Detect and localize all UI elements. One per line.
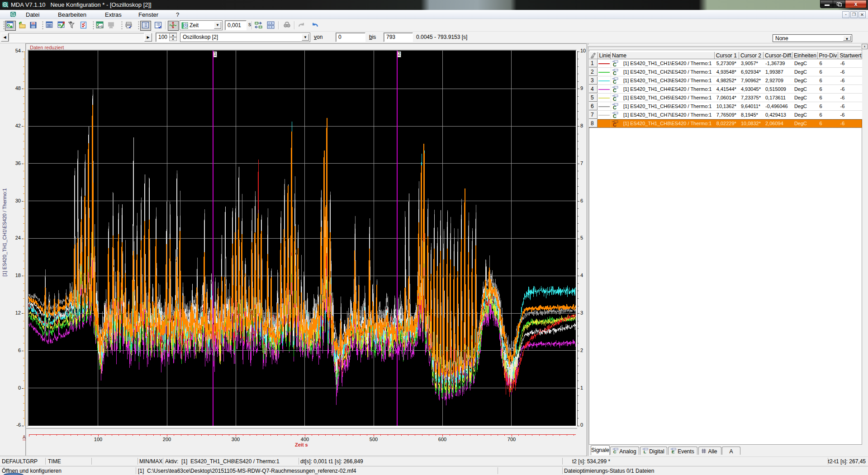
svg-text:C: C	[613, 113, 617, 118]
svg-text:C: C	[613, 88, 617, 93]
svg-text:C: C	[613, 449, 617, 454]
svg-text:C: C	[613, 105, 617, 110]
svg-text:C: C	[613, 122, 617, 127]
svg-text:C: C	[613, 62, 617, 67]
svg-text:C: C	[613, 96, 617, 101]
svg-text:E: E	[672, 449, 675, 454]
svg-text:C: C	[613, 79, 617, 84]
svg-text:C: C	[613, 71, 617, 75]
svg-text:L: L	[644, 449, 646, 454]
